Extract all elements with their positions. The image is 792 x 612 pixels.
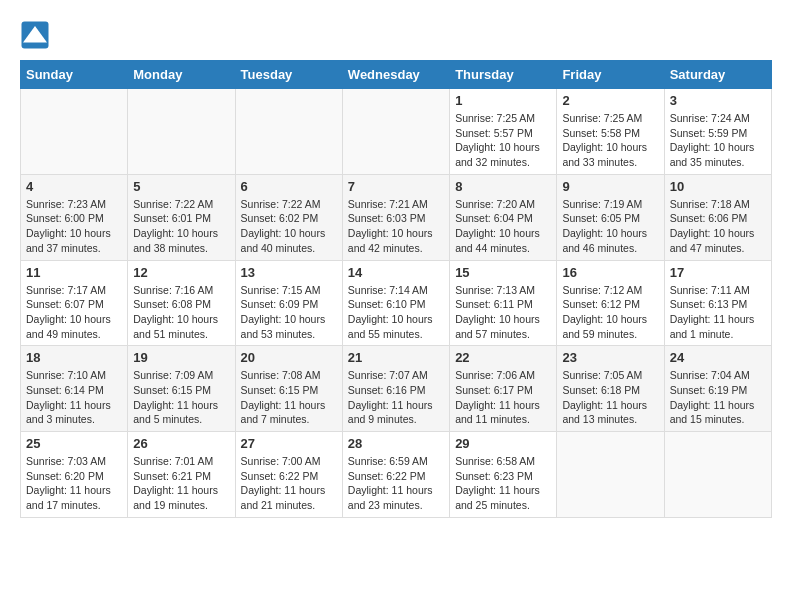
logo [20,20,54,50]
calendar-cell: 6Sunrise: 7:22 AM Sunset: 6:02 PM Daylig… [235,174,342,260]
day-of-week-header: Wednesday [342,61,449,89]
day-info: Sunrise: 7:09 AM Sunset: 6:15 PM Dayligh… [133,368,229,427]
day-number: 10 [670,179,766,194]
calendar-cell: 10Sunrise: 7:18 AM Sunset: 6:06 PM Dayli… [664,174,771,260]
day-number: 17 [670,265,766,280]
day-of-week-header: Thursday [450,61,557,89]
day-number: 25 [26,436,122,451]
calendar-cell: 7Sunrise: 7:21 AM Sunset: 6:03 PM Daylig… [342,174,449,260]
day-info: Sunrise: 7:10 AM Sunset: 6:14 PM Dayligh… [26,368,122,427]
calendar-cell: 5Sunrise: 7:22 AM Sunset: 6:01 PM Daylig… [128,174,235,260]
calendar-cell: 26Sunrise: 7:01 AM Sunset: 6:21 PM Dayli… [128,432,235,518]
day-number: 2 [562,93,658,108]
calendar-week-row: 4Sunrise: 7:23 AM Sunset: 6:00 PM Daylig… [21,174,772,260]
day-info: Sunrise: 7:18 AM Sunset: 6:06 PM Dayligh… [670,197,766,256]
calendar-cell [664,432,771,518]
day-info: Sunrise: 7:03 AM Sunset: 6:20 PM Dayligh… [26,454,122,513]
day-number: 3 [670,93,766,108]
day-number: 7 [348,179,444,194]
day-info: Sunrise: 7:25 AM Sunset: 5:58 PM Dayligh… [562,111,658,170]
day-info: Sunrise: 7:04 AM Sunset: 6:19 PM Dayligh… [670,368,766,427]
calendar-week-row: 18Sunrise: 7:10 AM Sunset: 6:14 PM Dayli… [21,346,772,432]
calendar-cell [128,89,235,175]
day-number: 8 [455,179,551,194]
calendar-cell: 19Sunrise: 7:09 AM Sunset: 6:15 PM Dayli… [128,346,235,432]
day-number: 22 [455,350,551,365]
day-info: Sunrise: 6:58 AM Sunset: 6:23 PM Dayligh… [455,454,551,513]
calendar-cell: 20Sunrise: 7:08 AM Sunset: 6:15 PM Dayli… [235,346,342,432]
calendar-cell: 15Sunrise: 7:13 AM Sunset: 6:11 PM Dayli… [450,260,557,346]
calendar-cell: 2Sunrise: 7:25 AM Sunset: 5:58 PM Daylig… [557,89,664,175]
day-number: 24 [670,350,766,365]
day-info: Sunrise: 7:06 AM Sunset: 6:17 PM Dayligh… [455,368,551,427]
calendar-week-row: 25Sunrise: 7:03 AM Sunset: 6:20 PM Dayli… [21,432,772,518]
day-info: Sunrise: 7:23 AM Sunset: 6:00 PM Dayligh… [26,197,122,256]
day-of-week-header: Sunday [21,61,128,89]
day-info: Sunrise: 7:21 AM Sunset: 6:03 PM Dayligh… [348,197,444,256]
logo-icon [20,20,50,50]
day-info: Sunrise: 7:00 AM Sunset: 6:22 PM Dayligh… [241,454,337,513]
calendar-week-row: 1Sunrise: 7:25 AM Sunset: 5:57 PM Daylig… [21,89,772,175]
calendar-cell: 22Sunrise: 7:06 AM Sunset: 6:17 PM Dayli… [450,346,557,432]
day-info: Sunrise: 7:25 AM Sunset: 5:57 PM Dayligh… [455,111,551,170]
day-info: Sunrise: 7:12 AM Sunset: 6:12 PM Dayligh… [562,283,658,342]
calendar-header-row: SundayMondayTuesdayWednesdayThursdayFrid… [21,61,772,89]
page-header [20,20,772,50]
day-info: Sunrise: 7:24 AM Sunset: 5:59 PM Dayligh… [670,111,766,170]
day-info: Sunrise: 7:08 AM Sunset: 6:15 PM Dayligh… [241,368,337,427]
calendar-cell: 13Sunrise: 7:15 AM Sunset: 6:09 PM Dayli… [235,260,342,346]
day-info: Sunrise: 7:14 AM Sunset: 6:10 PM Dayligh… [348,283,444,342]
day-number: 14 [348,265,444,280]
day-info: Sunrise: 6:59 AM Sunset: 6:22 PM Dayligh… [348,454,444,513]
day-info: Sunrise: 7:16 AM Sunset: 6:08 PM Dayligh… [133,283,229,342]
day-info: Sunrise: 7:22 AM Sunset: 6:02 PM Dayligh… [241,197,337,256]
day-number: 9 [562,179,658,194]
calendar-cell [557,432,664,518]
day-number: 26 [133,436,229,451]
day-info: Sunrise: 7:17 AM Sunset: 6:07 PM Dayligh… [26,283,122,342]
day-info: Sunrise: 7:11 AM Sunset: 6:13 PM Dayligh… [670,283,766,342]
calendar-cell: 25Sunrise: 7:03 AM Sunset: 6:20 PM Dayli… [21,432,128,518]
calendar-cell: 4Sunrise: 7:23 AM Sunset: 6:00 PM Daylig… [21,174,128,260]
day-number: 19 [133,350,229,365]
calendar-cell [342,89,449,175]
calendar-table: SundayMondayTuesdayWednesdayThursdayFrid… [20,60,772,518]
calendar-cell [21,89,128,175]
day-number: 21 [348,350,444,365]
calendar-cell: 28Sunrise: 6:59 AM Sunset: 6:22 PM Dayli… [342,432,449,518]
day-info: Sunrise: 7:22 AM Sunset: 6:01 PM Dayligh… [133,197,229,256]
calendar-cell [235,89,342,175]
day-number: 18 [26,350,122,365]
calendar-cell: 16Sunrise: 7:12 AM Sunset: 6:12 PM Dayli… [557,260,664,346]
day-of-week-header: Friday [557,61,664,89]
day-number: 29 [455,436,551,451]
calendar-cell: 1Sunrise: 7:25 AM Sunset: 5:57 PM Daylig… [450,89,557,175]
calendar-cell: 27Sunrise: 7:00 AM Sunset: 6:22 PM Dayli… [235,432,342,518]
calendar-cell: 3Sunrise: 7:24 AM Sunset: 5:59 PM Daylig… [664,89,771,175]
day-number: 15 [455,265,551,280]
day-number: 4 [26,179,122,194]
calendar-cell: 18Sunrise: 7:10 AM Sunset: 6:14 PM Dayli… [21,346,128,432]
calendar-cell: 14Sunrise: 7:14 AM Sunset: 6:10 PM Dayli… [342,260,449,346]
day-of-week-header: Saturday [664,61,771,89]
calendar-cell: 24Sunrise: 7:04 AM Sunset: 6:19 PM Dayli… [664,346,771,432]
day-info: Sunrise: 7:20 AM Sunset: 6:04 PM Dayligh… [455,197,551,256]
calendar-week-row: 11Sunrise: 7:17 AM Sunset: 6:07 PM Dayli… [21,260,772,346]
day-number: 12 [133,265,229,280]
day-info: Sunrise: 7:05 AM Sunset: 6:18 PM Dayligh… [562,368,658,427]
day-of-week-header: Monday [128,61,235,89]
day-info: Sunrise: 7:07 AM Sunset: 6:16 PM Dayligh… [348,368,444,427]
calendar-cell: 12Sunrise: 7:16 AM Sunset: 6:08 PM Dayli… [128,260,235,346]
day-info: Sunrise: 7:15 AM Sunset: 6:09 PM Dayligh… [241,283,337,342]
calendar-cell: 9Sunrise: 7:19 AM Sunset: 6:05 PM Daylig… [557,174,664,260]
day-number: 27 [241,436,337,451]
calendar-cell: 8Sunrise: 7:20 AM Sunset: 6:04 PM Daylig… [450,174,557,260]
day-number: 20 [241,350,337,365]
day-number: 1 [455,93,551,108]
day-number: 5 [133,179,229,194]
day-number: 16 [562,265,658,280]
day-number: 11 [26,265,122,280]
calendar-cell: 29Sunrise: 6:58 AM Sunset: 6:23 PM Dayli… [450,432,557,518]
day-number: 13 [241,265,337,280]
day-number: 28 [348,436,444,451]
